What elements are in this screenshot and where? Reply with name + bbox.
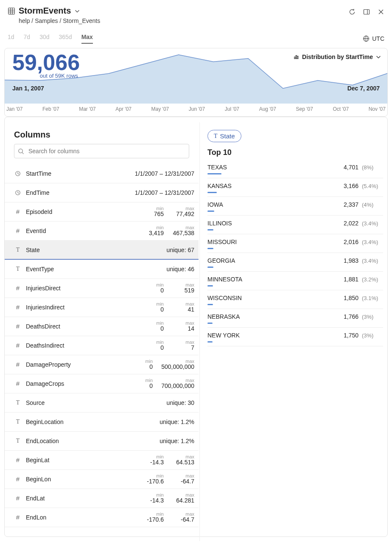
- axis-tick: Jun '07: [189, 106, 205, 112]
- column-row-endlocation[interactable]: TEndLocationunique: 1.2%: [5, 432, 199, 451]
- top10-row[interactable]: MINNESOTA1,881(3.2%): [207, 272, 383, 290]
- column-pill[interactable]: T State: [207, 130, 241, 142]
- top10-row[interactable]: NEW YORK1,750(3%): [207, 328, 383, 346]
- close-button[interactable]: [378, 8, 384, 17]
- chevron-down-icon: [375, 54, 381, 60]
- top10-bar: [207, 192, 381, 193]
- page-title: StormEvents: [19, 6, 71, 16]
- columns-search-input[interactable]: [28, 147, 185, 155]
- column-row-state[interactable]: TStateunique: 67: [5, 241, 199, 260]
- columns-search[interactable]: [14, 144, 189, 158]
- column-row-injuriesindirect[interactable]: #InjuriesIndirectmin0max41: [5, 298, 199, 317]
- top10-row[interactable]: ILLINOIS2,022(3.4%): [207, 216, 383, 234]
- top10-count: 1,881: [344, 276, 358, 283]
- top10-pct: (3.4%): [362, 258, 381, 264]
- range-tab-7d[interactable]: 7d: [24, 34, 31, 44]
- range-tab-365d[interactable]: 365d: [59, 34, 72, 44]
- column-name: DeathsDirect: [26, 323, 142, 330]
- top10-count: 2,016: [344, 239, 358, 245]
- column-row-endlon[interactable]: #EndLonmin-170.6max-64.7: [5, 508, 199, 527]
- column-row-source[interactable]: TSourceunique: 30: [5, 393, 199, 413]
- column-name: BeginLon: [26, 476, 142, 483]
- table-icon: [8, 7, 15, 15]
- column-name: DamageCrops: [26, 380, 131, 387]
- top10-pct: (5.4%): [362, 183, 381, 189]
- top10-row[interactable]: MISSOURI2,016(3.4%): [207, 234, 383, 253]
- top10-row[interactable]: NEBRASKA1,766(3%): [207, 309, 383, 328]
- top10-row[interactable]: IOWA2,337(4%): [207, 197, 383, 216]
- top10-bar: [207, 173, 381, 174]
- hash-icon: #: [14, 476, 22, 483]
- range-tab-max[interactable]: Max: [81, 34, 93, 44]
- columns-list[interactable]: StartTime1/1/2007 – 12/31/2007EndTime1/1…: [5, 164, 199, 527]
- column-name: Source: [26, 399, 167, 406]
- svg-rect-5: [364, 10, 370, 14]
- timezone-label: UTC: [372, 35, 384, 42]
- column-row-beginlon[interactable]: #BeginLonmin-170.6max-64.7: [5, 470, 199, 489]
- top10-label: WISCONSIN: [207, 295, 344, 301]
- column-row-endlat[interactable]: #EndLatmin-14.3max64.281: [5, 489, 199, 508]
- svg-rect-14: [297, 56, 298, 59]
- column-row-episodeid[interactable]: #EpisodeIdmin765max77,492: [5, 202, 199, 222]
- text-icon: T: [14, 247, 22, 253]
- hash-icon: #: [14, 342, 22, 349]
- refresh-button[interactable]: [349, 8, 356, 17]
- top10-pct: (3%): [362, 314, 381, 320]
- column-row-eventid[interactable]: #EventIdmin3,419max467,538: [5, 222, 199, 241]
- date-end: Dec 7, 2007: [347, 85, 380, 92]
- axis-tick: Jan '07: [6, 106, 22, 112]
- clock-icon: [14, 171, 22, 177]
- top10-row[interactable]: TEXAS4,701(8%): [207, 160, 383, 178]
- hash-icon: #: [14, 361, 22, 368]
- column-row-injuriesdirect[interactable]: #InjuriesDirectmin0max519: [5, 279, 199, 298]
- top10-pct: (4%): [362, 202, 381, 208]
- column-row-deathsindirect[interactable]: #DeathsIndirectmin0max7: [5, 336, 199, 355]
- range-tab-1d[interactable]: 1d: [8, 34, 14, 44]
- top10-label: TEXAS: [207, 164, 344, 171]
- top10-count: 1,850: [344, 295, 358, 301]
- top10-bar: [207, 304, 381, 305]
- range-tab-30d[interactable]: 30d: [39, 34, 49, 44]
- column-row-deathsdirect[interactable]: #DeathsDirectmin0max14: [5, 317, 199, 336]
- columns-title: Columns: [5, 122, 199, 144]
- title-row[interactable]: StormEvents: [8, 6, 349, 16]
- column-name: InjuriesIndirect: [26, 304, 142, 311]
- summary-card: 59,066 out of 59K rows Distribution by S…: [4, 48, 388, 117]
- panel-button[interactable]: [363, 8, 370, 17]
- top10-pct: (3.2%): [362, 276, 381, 283]
- axis-tick: Sep '07: [296, 106, 313, 112]
- top10-row[interactable]: WISCONSIN1,850(3.1%): [207, 290, 383, 309]
- top10-label: GEORGIA: [207, 257, 344, 264]
- column-name: StartTime: [26, 170, 135, 177]
- column-row-starttime[interactable]: StartTime1/1/2007 – 12/31/2007: [5, 164, 199, 183]
- search-icon: [18, 148, 24, 154]
- column-name: EpisodeId: [26, 208, 142, 215]
- panel-icon: [363, 8, 370, 15]
- column-name: DamageProperty: [26, 361, 131, 368]
- axis-tick: Oct '07: [333, 106, 349, 112]
- column-row-beginlocation[interactable]: TBeginLocationunique: 1.2%: [5, 413, 199, 432]
- top10-count: 1,983: [344, 257, 358, 264]
- distribution-selector[interactable]: Distribution by StartTime: [294, 53, 381, 60]
- close-icon: [378, 8, 384, 15]
- column-row-damageproperty[interactable]: #DamagePropertymin0max500,000,000: [5, 355, 199, 374]
- detail-panel: T State Top 10 TEXAS4,701(8%)KANSAS3,166…: [200, 122, 387, 541]
- column-row-damagecrops[interactable]: #DamageCropsmin0max700,000,000: [5, 374, 199, 393]
- clock-icon: [14, 190, 22, 196]
- column-row-endtime[interactable]: EndTime1/1/2007 – 12/31/2007: [5, 183, 199, 202]
- svg-point-15: [19, 149, 22, 152]
- row-count-value: 59,066: [12, 51, 80, 74]
- svg-rect-0: [8, 8, 15, 14]
- panels-card: Columns StartTime1/1/2007 – 12/31/2007En…: [4, 117, 388, 537]
- top10-count: 1,750: [344, 332, 358, 339]
- top10-pct: (3%): [362, 332, 381, 339]
- top10-bar: [207, 285, 381, 286]
- top10-row[interactable]: GEORGIA1,983(3.4%): [207, 253, 383, 272]
- breadcrumb[interactable]: help / Samples / Storm_Events: [19, 17, 349, 24]
- column-pill-label: State: [220, 132, 235, 140]
- column-row-beginlat[interactable]: #BeginLatmin-14.3max64.513: [5, 451, 199, 470]
- header-left: StormEvents help / Samples / Storm_Event…: [8, 6, 349, 24]
- timezone-selector[interactable]: UTC: [363, 35, 384, 42]
- top10-row[interactable]: KANSAS3,166(5.4%): [207, 178, 383, 197]
- column-row-eventtype[interactable]: TEventTypeunique: 46: [5, 260, 199, 279]
